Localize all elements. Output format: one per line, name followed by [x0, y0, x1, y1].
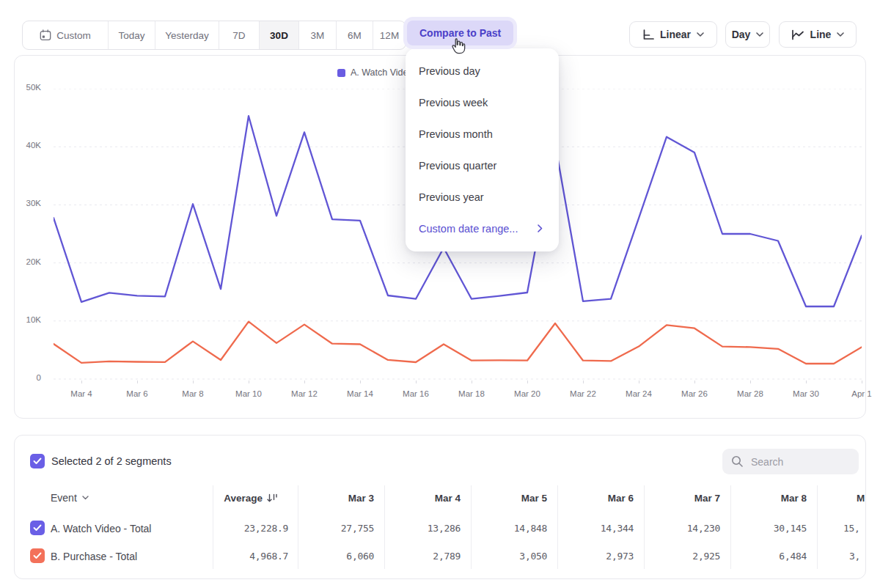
x-axis-tick [694, 381, 695, 383]
x-axis-label: Mar 28 [728, 389, 772, 398]
range-label: 3M [311, 30, 325, 41]
chart-type-dropdown-button[interactable]: Line [779, 21, 857, 48]
x-axis-label: Mar 20 [505, 389, 549, 398]
range-12m-button[interactable]: 12M [373, 21, 406, 49]
value-cell: 2,973 [560, 551, 634, 562]
chart-legend[interactable]: A. Watch Vide [337, 67, 408, 78]
range-6m-button[interactable]: 6M [336, 21, 373, 49]
x-axis-tick [750, 381, 751, 383]
y-axis-label: 40K [15, 141, 41, 150]
linear-axis-icon [642, 29, 654, 40]
date-column-header: Mar 5 [474, 490, 547, 506]
menu-item-label: Previous month [419, 128, 493, 140]
row-checkbox-watch-video[interactable] [30, 521, 45, 535]
range-yesterday-button[interactable]: Yesterday [155, 21, 219, 49]
x-axis-tick [527, 381, 528, 383]
segments-table-card: Selected 2 of 2 segments Event Average [14, 435, 866, 579]
range-label: Custom [56, 30, 91, 41]
range-7d-button[interactable]: 7D [219, 21, 259, 49]
y-axis: 010K20K30K40K50K [15, 56, 44, 419]
chevron-down-icon [756, 32, 763, 37]
x-axis-tick [583, 381, 584, 383]
search-input[interactable] [749, 455, 848, 468]
x-axis-label: Mar 18 [450, 389, 494, 398]
x-axis-tick [249, 381, 249, 383]
line-chart-icon [791, 29, 804, 40]
range-label: Yesterday [165, 30, 209, 41]
compare-to-past-button[interactable]: Compare to Past [407, 21, 513, 45]
value-cell: 14,344 [560, 523, 634, 534]
range-label: 12M [380, 30, 399, 41]
x-axis-label: Mar 16 [394, 389, 438, 398]
selected-segments-text: Selected 2 of 2 segments [51, 455, 172, 467]
chevron-down-icon [697, 32, 704, 37]
select-all-checkbox[interactable] [30, 454, 45, 468]
y-axis-label: 10K [15, 315, 41, 324]
x-axis-tick [360, 381, 361, 383]
value-cell-clipped: 3, [849, 551, 860, 562]
value-cell: 14,848 [474, 523, 547, 534]
range-3m-button[interactable]: 3M [298, 21, 336, 49]
interval-dropdown-button[interactable]: Day [725, 21, 770, 48]
value-cell: 2,925 [647, 551, 720, 562]
menu-item-previous-week[interactable]: Previous week [406, 87, 559, 118]
x-axis-tick [304, 381, 305, 383]
value-cell: 3,050 [474, 551, 547, 562]
date-column-header: Mar 3 [301, 490, 374, 506]
y-axis-label: 30K [15, 199, 41, 207]
chevron-down-icon [837, 32, 844, 37]
x-axis-label: Mar 26 [672, 389, 716, 398]
menu-item-label: Previous week [419, 97, 488, 109]
x-axis-tick [137, 381, 138, 383]
menu-item-label: Previous day [419, 65, 480, 77]
range-label: Today [118, 30, 144, 41]
menu-item-previous-month[interactable]: Previous month [406, 118, 559, 150]
menu-item-custom-date-range[interactable]: Custom date range... [406, 213, 559, 244]
compare-to-past-menu: Previous day Previous week Previous mont… [406, 48, 559, 251]
average-value: 23,228.9 [208, 523, 288, 534]
value-cell: 6,060 [301, 551, 374, 562]
menu-item-label: Previous quarter [419, 160, 496, 172]
menu-item-label: Previous year [419, 191, 484, 203]
value-cell-clipped: 15, [843, 523, 860, 534]
average-column-header[interactable]: Average [15, 490, 278, 506]
x-axis-label: Mar 6 [115, 389, 159, 398]
y-axis-label: 0 [15, 373, 41, 382]
range-30d-button[interactable]: 30D [259, 21, 298, 49]
column-divider [557, 485, 558, 569]
range-custom-button[interactable]: Custom [23, 21, 108, 49]
scale-label: Linear [660, 29, 691, 40]
x-axis: Mar 4Mar 6Mar 8Mar 10Mar 12Mar 14Mar 16M… [15, 385, 867, 400]
menu-item-previous-quarter[interactable]: Previous quarter [406, 150, 559, 181]
average-header-label: Average [224, 493, 263, 504]
column-divider [384, 485, 385, 569]
chart-type-label: Line [810, 29, 832, 40]
row-label-purchase: B. Purchase - Total [51, 551, 137, 562]
x-axis-label: Mar 12 [282, 389, 326, 398]
x-axis-label: Mar 10 [227, 389, 271, 398]
x-axis-label: Apr 1 [840, 389, 880, 398]
compare-to-past-label: Compare to Past [419, 27, 501, 39]
column-divider [471, 485, 472, 569]
scale-dropdown-button[interactable]: Linear [629, 21, 717, 48]
menu-item-previous-day[interactable]: Previous day [406, 55, 559, 87]
interval-label: Day [732, 29, 751, 40]
date-column-header: Mar 4 [387, 490, 461, 506]
range-label: 6M [348, 30, 362, 41]
date-column-header: Mar 8 [733, 490, 807, 506]
x-axis-label: Mar 8 [171, 389, 215, 398]
x-axis-label: Mar 22 [561, 389, 605, 398]
search-box[interactable] [722, 449, 859, 474]
menu-item-previous-year[interactable]: Previous year [406, 181, 559, 213]
value-cell: 13,286 [387, 523, 461, 534]
calendar-icon [40, 29, 51, 41]
range-today-button[interactable]: Today [108, 21, 155, 49]
x-axis-tick [416, 381, 417, 383]
column-divider [298, 485, 298, 569]
x-axis-tick [472, 381, 472, 383]
row-checkbox-purchase[interactable] [30, 548, 45, 563]
value-cell: 27,755 [301, 523, 374, 534]
column-divider [817, 485, 818, 569]
column-divider [730, 485, 731, 569]
average-value: 4,968.7 [208, 551, 288, 562]
